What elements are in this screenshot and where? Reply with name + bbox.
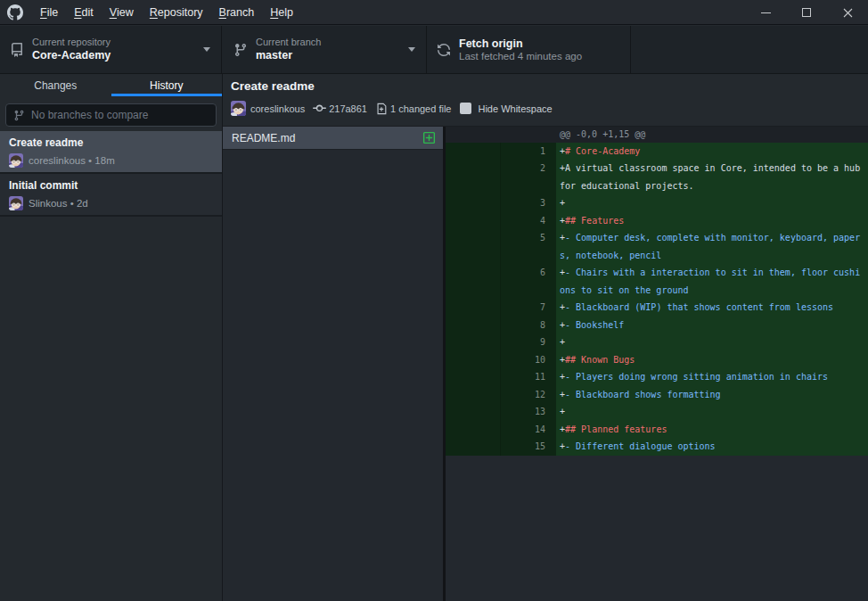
diff-gutter-old — [446, 299, 501, 317]
diff-line-content: + — [556, 403, 868, 421]
diff-gutter-old — [446, 160, 501, 194]
menu-file[interactable]: File — [32, 0, 66, 24]
repository-switcher[interactable]: Current repository Core-Academy — [0, 26, 222, 73]
diff-gutter-old — [446, 212, 501, 230]
diff-line: 4+## Features — [446, 212, 868, 230]
github-logo-icon — [7, 4, 23, 21]
menu-help[interactable]: Help — [262, 0, 301, 24]
menu-repository[interactable]: Repository — [142, 0, 211, 24]
commit-title: Create readme — [231, 79, 868, 93]
diff-line-content: +- Players doing wrong sitting animation… — [556, 368, 868, 386]
diff-line-content: +## Features — [556, 212, 868, 230]
diff-line-number: 2 — [501, 160, 556, 194]
minimize-button[interactable] — [745, 0, 786, 25]
changed-files-count: 1 changed file — [390, 103, 452, 114]
menu-bar: FileEditViewRepositoryBranchHelp — [0, 0, 868, 25]
fetch-subtitle: Last fetched 4 minutes ago — [459, 50, 582, 62]
diff-line: 7+- Blackboard (WIP) that shows content … — [446, 299, 868, 317]
filter-placeholder: No branches to compare — [31, 109, 148, 121]
diff-line: 10+## Known Bugs — [446, 351, 868, 369]
diff-line: 14+## Planned features — [446, 421, 868, 439]
tab-changes[interactable]: Changes — [0, 74, 111, 96]
hide-whitespace-checkbox[interactable] — [460, 103, 471, 114]
diff-gutter-old — [446, 403, 501, 421]
diff-gutter-old — [446, 438, 501, 456]
diff-line-content: +A virtual classroom space in Core, inte… — [556, 160, 868, 194]
changed-file-icon — [375, 103, 388, 115]
diff-line-number: 15 — [501, 438, 556, 456]
toolbar: Current repository Core-Academy Current … — [0, 26, 868, 74]
diff-line-number: 7 — [501, 299, 556, 317]
commit-sha: 217a861 — [329, 103, 367, 114]
window-controls — [745, 0, 868, 24]
diff-line: 11+- Players doing wrong sitting animati… — [446, 368, 868, 386]
commit-meta-row: coreslinkous 217a861 1 changed file Hide… — [231, 101, 868, 116]
diff-gutter-old — [446, 317, 501, 334]
diff-line-number: 14 — [501, 421, 556, 439]
maximize-button[interactable] — [786, 0, 827, 25]
avatar — [9, 153, 23, 168]
fetch-title: Fetch origin — [459, 37, 582, 50]
repo-icon — [10, 43, 24, 57]
diff-line: 3+ — [446, 194, 868, 212]
diff-line-content: +- Computer desk, complete with monitor,… — [556, 229, 868, 264]
diff-line-content: +# Core-Academy — [556, 143, 868, 161]
diff-line-number: 6 — [501, 264, 556, 299]
diff-line-number — [501, 127, 556, 143]
file-list-panel: README.md — [223, 127, 443, 601]
branch-filter-input[interactable]: No branches to compare — [5, 103, 217, 127]
diff-gutter-old — [446, 229, 501, 264]
diff-gutter-old — [446, 351, 501, 369]
close-button[interactable] — [827, 0, 868, 25]
diff-hunk-header: @@ -0,0 +1,15 @@ — [446, 127, 868, 143]
diff-line-content: +## Known Bugs — [556, 351, 868, 369]
menu-view[interactable]: View — [102, 0, 142, 24]
diff-line-number: 9 — [501, 333, 556, 351]
chevron-down-icon — [203, 47, 210, 52]
diff-line-content: + — [556, 333, 868, 351]
diff-line-number: 8 — [501, 317, 556, 334]
branch-name: master — [256, 49, 321, 62]
commit-list: Create readmecoreslinkous • 18mInitial c… — [0, 131, 222, 217]
tab-history[interactable]: History — [111, 74, 223, 96]
file-list-item[interactable]: README.md — [223, 127, 443, 150]
branch-label: Current branch — [256, 37, 321, 48]
avatar — [9, 196, 23, 210]
diff-line: 1+# Core-Academy — [446, 143, 868, 161]
diff-line-content: + — [556, 194, 868, 212]
diff-line-content: +- Bookshelf — [556, 317, 868, 334]
sync-icon — [437, 43, 451, 57]
menu-edit[interactable]: Edit — [66, 0, 102, 24]
diff-line-content: +- Blackboard shows formatting — [556, 386, 868, 404]
git-branch-icon — [233, 43, 248, 57]
commit-row-title: Initial commit — [9, 179, 222, 193]
hide-whitespace-label[interactable]: Hide Whitespace — [478, 103, 552, 114]
branch-switcher[interactable]: Current branch master — [222, 26, 427, 73]
repository-name: Core-Academy — [32, 49, 111, 62]
git-commit-icon — [313, 102, 326, 115]
file-name: README.md — [232, 132, 422, 144]
branch-filter-row: No branches to compare — [0, 96, 222, 127]
commit-row[interactable]: Create readmecoreslinkous • 18m — [0, 131, 222, 174]
diff-line-content: +- Blackboard (WIP) that shows content f… — [556, 299, 868, 317]
fetch-origin-button[interactable]: Fetch origin Last fetched 4 minutes ago — [427, 26, 631, 73]
diff-line: 15+- Different dialogue options — [446, 438, 868, 456]
sidebar: Changes History No branches to compare C… — [0, 74, 223, 601]
diff-gutter-old — [446, 127, 501, 143]
menu-branch[interactable]: Branch — [211, 0, 263, 24]
diff-gutter-old — [446, 368, 501, 386]
diff-line: 6+- Chairs with a interaction to sit in … — [446, 264, 868, 299]
commit-row[interactable]: Initial commitSlinkous • 2d — [0, 174, 222, 217]
diff-line-number: 1 — [501, 143, 556, 161]
diff-line-content: @@ -0,0 +1,15 @@ — [556, 127, 868, 143]
commit-row-title: Create readme — [9, 136, 222, 150]
diff-line: 8+- Bookshelf — [446, 317, 868, 334]
git-branch-icon — [13, 110, 25, 121]
diff-gutter-old — [446, 386, 501, 404]
diff-line-number: 11 — [501, 368, 556, 386]
diff-line-number: 12 — [501, 386, 556, 404]
commit-row-meta: coreslinkous • 18m — [9, 153, 222, 168]
diff-line: 9+ — [446, 333, 868, 351]
diff-line: 5+- Computer desk, complete with monitor… — [446, 229, 868, 264]
diff-gutter-old — [446, 143, 501, 161]
